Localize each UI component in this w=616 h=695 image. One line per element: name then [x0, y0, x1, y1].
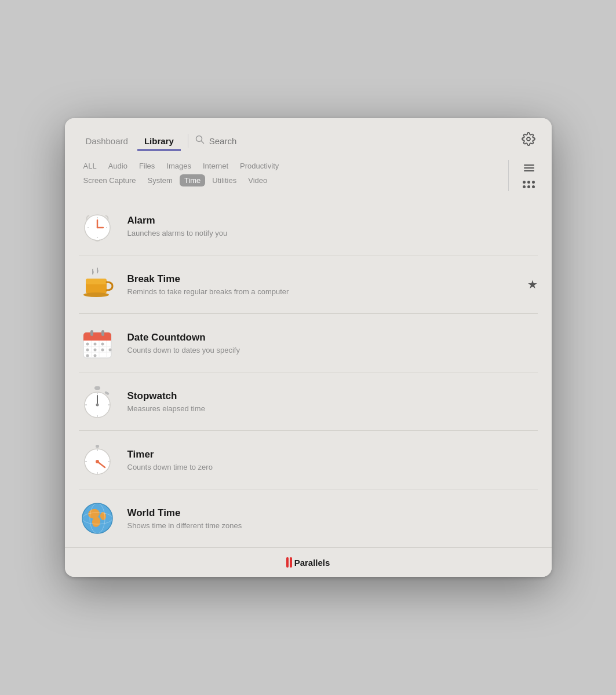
list-view-button[interactable] [520, 161, 538, 175]
list-item[interactable]: Timer Counts down time to zero [79, 431, 538, 489]
parallels-bars-icon [286, 557, 292, 568]
svg-point-32 [93, 354, 96, 357]
cat-time[interactable]: Time [180, 174, 205, 186]
svg-point-27 [86, 349, 89, 352]
break-time-title: Break Time [127, 273, 538, 285]
dot-5 [527, 185, 530, 188]
dots-grid-icon [520, 178, 537, 191]
date-countdown-desc: Counts down to dates you specify [127, 346, 538, 354]
svg-rect-33 [94, 386, 100, 390]
timer-icon [79, 441, 116, 478]
cat-video[interactable]: Video [243, 174, 272, 186]
dot-3 [532, 181, 535, 184]
svg-rect-49 [96, 445, 99, 448]
cat-utilities[interactable]: Utilities [207, 174, 241, 186]
timer-title: Timer [127, 449, 538, 460]
svg-point-30 [108, 349, 111, 352]
cat-images[interactable]: Images [162, 160, 196, 172]
alarm-desc: Launches alarms to notify you [127, 229, 538, 237]
search-input[interactable] [209, 136, 519, 146]
dot-1 [523, 181, 526, 184]
search-area [195, 135, 519, 147]
svg-rect-13 [85, 294, 108, 296]
svg-point-31 [86, 354, 89, 357]
date-countdown-title: Date Countdown [127, 332, 538, 343]
cat-screen-capture[interactable]: Screen Capture [79, 174, 141, 186]
parallels-brand-text: Parallels [294, 558, 330, 568]
cat-system[interactable]: System [143, 174, 177, 186]
svg-point-29 [101, 349, 104, 352]
timer-desc: Counts down time to zero [127, 463, 538, 471]
cat-files[interactable]: Files [134, 160, 159, 172]
list-item[interactable]: World Time Shows time in different time … [79, 489, 538, 547]
svg-point-28 [93, 349, 96, 352]
category-row-2: Screen Capture System Time Utilities Vid… [79, 174, 499, 186]
world-time-title: World Time [127, 507, 538, 519]
items-list: Alarm Launches alarms to notify you [65, 197, 552, 547]
dot-6 [532, 185, 535, 188]
header-divider [188, 134, 188, 148]
grid-view-button[interactable] [520, 177, 538, 191]
category-bar: ALL Audio Files Images Internet Producti… [65, 152, 552, 197]
svg-point-26 [101, 343, 104, 346]
date-countdown-text: Date Countdown Counts down to dates you … [127, 332, 538, 354]
list-item[interactable]: Stopwatch Measures elapsed time [79, 372, 538, 431]
hamburger-icon [522, 162, 537, 174]
break-time-icon [79, 266, 116, 303]
stopwatch-desc: Measures elapsed time [127, 404, 538, 413]
parallels-bar-2 [290, 557, 292, 568]
alarm-title: Alarm [127, 215, 538, 226]
tab-dashboard[interactable]: Dashboard [79, 131, 135, 151]
world-time-desc: Shows time in different time zones [127, 521, 538, 530]
timer-text: Timer Counts down time to zero [127, 449, 538, 471]
world-time-icon [79, 500, 116, 537]
category-row-1: ALL Audio Files Images Internet Producti… [79, 160, 499, 172]
cat-internet[interactable]: Internet [198, 160, 233, 172]
svg-rect-17 [90, 330, 93, 336]
svg-line-1 [201, 141, 203, 144]
cat-audio[interactable]: Audio [104, 160, 132, 172]
header: Dashboard Library [65, 118, 552, 152]
svg-rect-18 [101, 330, 104, 336]
footer: Parallels [65, 547, 552, 577]
tab-library[interactable]: Library [137, 131, 181, 151]
break-time-desc: Reminds to take regular breaks from a co… [127, 287, 538, 296]
list-item[interactable]: Alarm Launches alarms to notify you [79, 197, 538, 255]
search-icon [195, 135, 205, 147]
stopwatch-text: Stopwatch Measures elapsed time [127, 390, 538, 413]
favorite-star[interactable]: ★ [527, 277, 538, 291]
svg-point-41 [96, 404, 99, 407]
h-line-1 [524, 164, 534, 166]
view-controls [520, 160, 538, 191]
list-item[interactable]: Date Countdown Counts down to dates you … [79, 314, 538, 372]
svg-point-25 [93, 343, 96, 346]
dot-2 [527, 181, 530, 184]
svg-point-48 [96, 460, 99, 463]
alarm-icon [79, 207, 116, 244]
date-countdown-icon [79, 324, 116, 361]
stopwatch-title: Stopwatch [127, 390, 538, 402]
cat-all[interactable]: ALL [79, 160, 101, 172]
cat-productivity[interactable]: Productivity [235, 160, 283, 172]
alarm-text: Alarm Launches alarms to notify you [127, 215, 538, 237]
parallels-logo: Parallels [286, 557, 330, 568]
settings-button[interactable] [519, 130, 538, 152]
world-time-text: World Time Shows time in different time … [127, 507, 538, 530]
svg-rect-11 [86, 279, 107, 284]
break-time-text: Break Time Reminds to take regular break… [127, 273, 538, 296]
h-line-2 [524, 167, 534, 169]
parallels-bar-1 [286, 557, 289, 568]
h-line-3 [524, 170, 534, 171]
nav-tabs: Dashboard Library [79, 131, 181, 151]
svg-point-24 [86, 343, 89, 346]
view-divider [508, 160, 509, 191]
svg-rect-16 [83, 337, 111, 341]
stopwatch-icon [79, 383, 116, 420]
category-list: ALL Audio Files Images Internet Producti… [79, 160, 499, 189]
list-item[interactable]: Break Time Reminds to take regular break… [79, 255, 538, 314]
app-window: Dashboard Library ALL Audio [65, 118, 552, 577]
dot-4 [523, 185, 526, 188]
